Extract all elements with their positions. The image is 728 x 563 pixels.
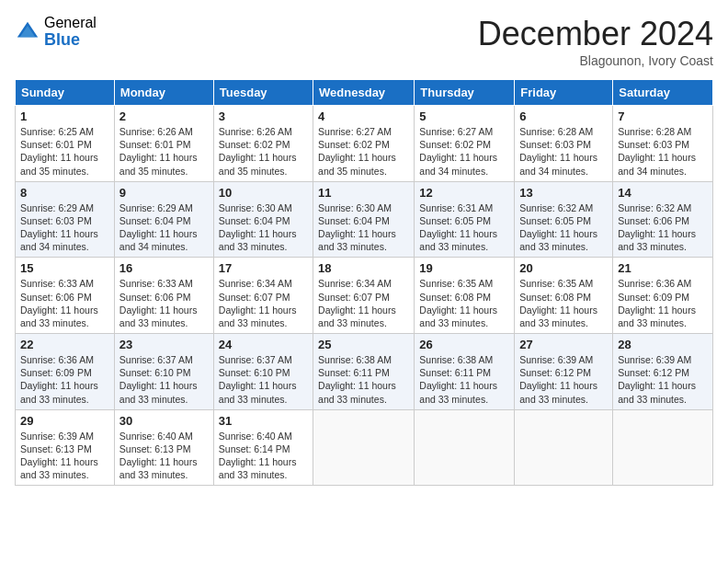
calendar-cell: 22Sunrise: 6:36 AMSunset: 6:09 PMDayligh… — [16, 334, 115, 410]
day-number: 1 — [20, 109, 109, 123]
day-number: 10 — [219, 186, 308, 200]
logo-general: General — [44, 15, 97, 31]
day-number: 22 — [20, 338, 109, 351]
day-number: 9 — [119, 186, 209, 200]
day-number: 19 — [419, 261, 509, 275]
day-info: Sunrise: 6:27 AMSunset: 6:02 PMDaylight:… — [318, 126, 396, 177]
calendar-cell — [515, 409, 613, 486]
day-header-monday: Monday — [114, 80, 213, 106]
day-info: Sunrise: 6:36 AMSunset: 6:09 PMDaylight:… — [618, 278, 696, 328]
calendar-table: SundayMondayTuesdayWednesdayThursdayFrid… — [15, 79, 713, 486]
day-number: 17 — [219, 261, 308, 275]
day-number: 31 — [219, 414, 308, 428]
day-number: 26 — [419, 338, 509, 351]
day-info: Sunrise: 6:35 AMSunset: 6:08 PMDaylight:… — [519, 278, 597, 328]
day-info: Sunrise: 6:26 AMSunset: 6:01 PMDaylight:… — [119, 126, 198, 177]
calendar-cell: 30Sunrise: 6:40 AMSunset: 6:13 PMDayligh… — [114, 409, 213, 486]
day-info: Sunrise: 6:31 AMSunset: 6:05 PMDaylight:… — [419, 202, 497, 253]
day-number: 24 — [219, 338, 308, 351]
calendar-header: SundayMondayTuesdayWednesdayThursdayFrid… — [16, 80, 713, 106]
calendar-cell — [313, 409, 415, 486]
day-info: Sunrise: 6:28 AMSunset: 6:03 PMDaylight:… — [618, 126, 696, 177]
calendar-cell: 12Sunrise: 6:31 AMSunset: 6:05 PMDayligh… — [415, 181, 515, 258]
day-header-tuesday: Tuesday — [213, 80, 313, 106]
calendar-cell: 3Sunrise: 6:26 AMSunset: 6:02 PMDaylight… — [213, 106, 313, 182]
calendar-cell: 10Sunrise: 6:30 AMSunset: 6:04 PMDayligh… — [213, 181, 313, 258]
day-header-saturday: Saturday — [613, 80, 713, 106]
calendar-week-4: 22Sunrise: 6:36 AMSunset: 6:09 PMDayligh… — [16, 334, 713, 410]
day-info: Sunrise: 6:26 AMSunset: 6:02 PMDaylight:… — [219, 126, 297, 177]
day-number: 18 — [318, 261, 409, 275]
day-header-thursday: Thursday — [415, 80, 515, 106]
day-info: Sunrise: 6:29 AMSunset: 6:04 PMDaylight:… — [119, 202, 198, 253]
day-number: 16 — [119, 261, 209, 275]
calendar-week-2: 8Sunrise: 6:29 AMSunset: 6:03 PMDaylight… — [16, 181, 713, 258]
day-number: 4 — [318, 109, 409, 123]
calendar-cell: 28Sunrise: 6:39 AMSunset: 6:12 PMDayligh… — [613, 334, 713, 410]
header-row: SundayMondayTuesdayWednesdayThursdayFrid… — [16, 80, 713, 106]
calendar-cell: 18Sunrise: 6:34 AMSunset: 6:07 PMDayligh… — [313, 258, 415, 334]
calendar-week-3: 15Sunrise: 6:33 AMSunset: 6:06 PMDayligh… — [16, 258, 713, 334]
day-info: Sunrise: 6:34 AMSunset: 6:07 PMDaylight:… — [219, 278, 297, 328]
calendar-cell: 15Sunrise: 6:33 AMSunset: 6:06 PMDayligh… — [16, 258, 115, 334]
calendar-cell: 6Sunrise: 6:28 AMSunset: 6:03 PMDaylight… — [515, 106, 613, 182]
day-info: Sunrise: 6:37 AMSunset: 6:10 PMDaylight:… — [219, 354, 297, 405]
page-header: General Blue December 2024 Blagounon, Iv… — [15, 15, 713, 68]
calendar-body: 1Sunrise: 6:25 AMSunset: 6:01 PMDaylight… — [16, 106, 713, 486]
calendar-cell: 2Sunrise: 6:26 AMSunset: 6:01 PMDaylight… — [114, 106, 213, 182]
day-info: Sunrise: 6:30 AMSunset: 6:04 PMDaylight:… — [318, 202, 396, 253]
month-title: December 2024 — [478, 15, 713, 53]
day-number: 11 — [318, 186, 409, 200]
calendar-cell: 29Sunrise: 6:39 AMSunset: 6:13 PMDayligh… — [16, 409, 115, 486]
day-number: 23 — [119, 338, 209, 351]
day-header-friday: Friday — [515, 80, 613, 106]
day-number: 5 — [419, 109, 509, 123]
day-number: 2 — [119, 109, 209, 123]
calendar-cell: 23Sunrise: 6:37 AMSunset: 6:10 PMDayligh… — [114, 334, 213, 410]
day-number: 14 — [618, 186, 708, 200]
day-info: Sunrise: 6:34 AMSunset: 6:07 PMDaylight:… — [318, 278, 396, 328]
day-number: 3 — [219, 109, 308, 123]
location-subtitle: Blagounon, Ivory Coast — [478, 53, 713, 68]
calendar-cell: 4Sunrise: 6:27 AMSunset: 6:02 PMDaylight… — [313, 106, 415, 182]
day-info: Sunrise: 6:37 AMSunset: 6:10 PMDaylight:… — [119, 354, 198, 405]
day-info: Sunrise: 6:25 AMSunset: 6:01 PMDaylight:… — [20, 126, 98, 177]
day-info: Sunrise: 6:32 AMSunset: 6:06 PMDaylight:… — [618, 202, 696, 253]
day-info: Sunrise: 6:40 AMSunset: 6:13 PMDaylight:… — [119, 431, 198, 481]
day-header-wednesday: Wednesday — [313, 80, 415, 106]
logo-icon — [15, 19, 40, 45]
day-info: Sunrise: 6:36 AMSunset: 6:09 PMDaylight:… — [20, 354, 98, 405]
calendar-cell: 26Sunrise: 6:38 AMSunset: 6:11 PMDayligh… — [415, 334, 515, 410]
day-header-sunday: Sunday — [16, 80, 115, 106]
day-info: Sunrise: 6:39 AMSunset: 6:13 PMDaylight:… — [20, 431, 98, 481]
calendar-cell: 14Sunrise: 6:32 AMSunset: 6:06 PMDayligh… — [613, 181, 713, 258]
day-number: 15 — [20, 261, 109, 275]
calendar-cell: 13Sunrise: 6:32 AMSunset: 6:05 PMDayligh… — [515, 181, 613, 258]
day-number: 28 — [618, 338, 708, 351]
day-info: Sunrise: 6:27 AMSunset: 6:02 PMDaylight:… — [419, 126, 497, 177]
logo: General Blue — [15, 15, 97, 49]
calendar-cell: 8Sunrise: 6:29 AMSunset: 6:03 PMDaylight… — [16, 181, 115, 258]
day-info: Sunrise: 6:35 AMSunset: 6:08 PMDaylight:… — [419, 278, 497, 328]
day-number: 8 — [20, 186, 109, 200]
calendar-cell: 17Sunrise: 6:34 AMSunset: 6:07 PMDayligh… — [213, 258, 313, 334]
logo-blue: Blue — [44, 31, 97, 50]
day-info: Sunrise: 6:33 AMSunset: 6:06 PMDaylight:… — [119, 278, 198, 328]
calendar-week-5: 29Sunrise: 6:39 AMSunset: 6:13 PMDayligh… — [16, 409, 713, 486]
day-number: 20 — [519, 261, 608, 275]
calendar-cell: 16Sunrise: 6:33 AMSunset: 6:06 PMDayligh… — [114, 258, 213, 334]
calendar-cell — [613, 409, 713, 486]
calendar-cell: 20Sunrise: 6:35 AMSunset: 6:08 PMDayligh… — [515, 258, 613, 334]
day-number: 6 — [519, 109, 608, 123]
day-info: Sunrise: 6:38 AMSunset: 6:11 PMDaylight:… — [419, 354, 497, 405]
calendar-cell: 7Sunrise: 6:28 AMSunset: 6:03 PMDaylight… — [613, 106, 713, 182]
calendar-week-1: 1Sunrise: 6:25 AMSunset: 6:01 PMDaylight… — [16, 106, 713, 182]
day-number: 21 — [618, 261, 708, 275]
day-info: Sunrise: 6:33 AMSunset: 6:06 PMDaylight:… — [20, 278, 98, 328]
calendar-cell: 25Sunrise: 6:38 AMSunset: 6:11 PMDayligh… — [313, 334, 415, 410]
calendar-cell: 31Sunrise: 6:40 AMSunset: 6:14 PMDayligh… — [213, 409, 313, 486]
day-number: 25 — [318, 338, 409, 351]
day-number: 13 — [519, 186, 608, 200]
logo-text: General Blue — [44, 15, 97, 49]
title-block: December 2024 Blagounon, Ivory Coast — [478, 15, 713, 68]
